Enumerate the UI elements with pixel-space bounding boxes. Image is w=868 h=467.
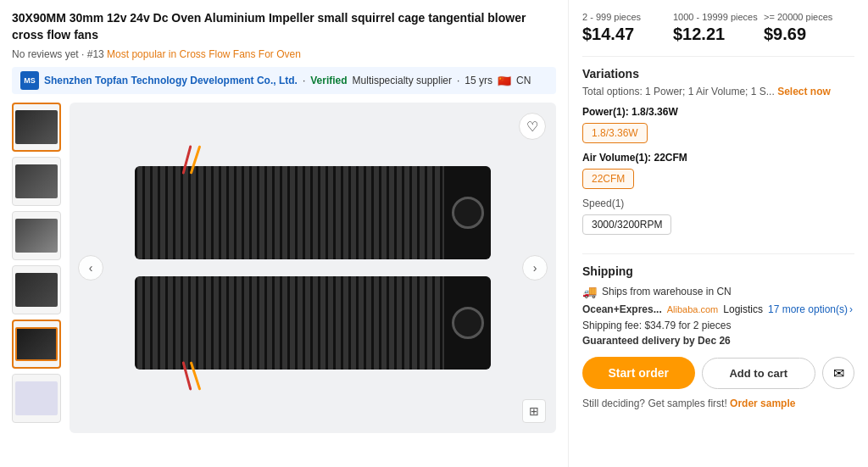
rank-number: #13 [87, 48, 104, 60]
price-tier-2: 1000 - 19999 pieces $12.21 [673, 12, 764, 44]
thumbnail-4[interactable] [12, 265, 61, 314]
prev-image-button[interactable]: ‹ [78, 255, 103, 281]
thumbnail-1[interactable] [12, 103, 61, 152]
thumbnail-3[interactable] [12, 211, 61, 260]
left-panel: 30X90MM 30mm 12v 24v Dc Oven Aluminium I… [0, 0, 568, 467]
supplier-logo: MS [20, 71, 39, 90]
price-value-1: $14.47 [582, 25, 673, 44]
price-tier-3: >= 20000 pieces $9.69 [764, 12, 854, 44]
next-image-button[interactable]: › [522, 255, 548, 281]
price-range-1: 2 - 999 pieces [582, 12, 673, 22]
air-volume-option[interactable]: 22CFM [582, 169, 634, 189]
samples-text: Still deciding? Get samples first! [582, 398, 727, 409]
air-volume-label: Air Volume(1): 22CFM [582, 152, 854, 164]
delivery-date: Dec 26 [698, 335, 731, 347]
order-sample-link[interactable]: Order sample [730, 398, 795, 409]
speed-label: Speed(1) [582, 197, 854, 209]
message-button[interactable]: ✉ [822, 357, 854, 389]
price-value-2: $12.21 [673, 25, 764, 44]
divider-1 [582, 56, 854, 57]
supplier-type: Multispecialty supplier [353, 75, 452, 86]
start-order-button[interactable]: Start order [582, 357, 695, 389]
guaranteed-delivery: Guaranteed delivery by Dec 26 [582, 335, 854, 347]
logistics-row: Ocean+Expres... Alibaba.com Logistics 17… [582, 303, 854, 315]
rank-link[interactable]: Most popular in Cross Flow Fans For Oven [107, 48, 301, 60]
image-area: ‹ › ♡ ⊞ [12, 103, 556, 433]
truck-icon: 🚚 [582, 285, 597, 298]
product-title: 30X90MM 30mm 12v 24v Dc Oven Aluminium I… [12, 10, 556, 43]
add-to-cart-button[interactable]: Add to cart [702, 358, 816, 389]
thumbnail-2[interactable] [12, 157, 61, 206]
supplier-bar: MS Shenzhen Topfan Technology Developmen… [12, 67, 556, 94]
message-icon: ✉ [833, 365, 844, 381]
heart-icon: ♡ [526, 119, 538, 135]
supplier-name[interactable]: Shenzhen Topfan Technology Development C… [44, 75, 298, 86]
action-row: Start order Add to cart ✉ [582, 357, 854, 389]
country-code: CN [516, 75, 531, 86]
thumbnail-5[interactable] [12, 320, 61, 369]
price-range-2: 1000 - 19999 pieces [673, 12, 764, 22]
select-now-button[interactable]: Select now [777, 86, 831, 97]
price-value-3: $9.69 [764, 25, 854, 44]
variations-options: Total options: 1 Power; 1 Air Volume; 1 … [582, 86, 854, 97]
thumbnail-6[interactable] [12, 374, 61, 423]
divider-2 [582, 253, 854, 254]
samples-row: Still deciding? Get samples first! Order… [582, 398, 854, 409]
more-options-link[interactable]: 17 more option(s) › [768, 303, 853, 315]
zoom-button[interactable]: ⊞ [522, 399, 546, 423]
price-range-3: >= 20000 pieces [764, 12, 854, 22]
country-flag: 🇨🇳 [498, 75, 511, 87]
alibaba-branding: Alibaba.com [667, 304, 719, 314]
right-panel: 2 - 999 pieces $14.47 1000 - 19999 piece… [568, 0, 868, 467]
price-tier-1: 2 - 999 pieces $14.47 [582, 12, 673, 44]
power-option[interactable]: 1.8/3.36W [582, 123, 648, 143]
wishlist-button[interactable]: ♡ [519, 113, 546, 140]
variations-title: Variations [582, 67, 854, 81]
variations-options-text: Total options: 1 Power; 1 Air Volume; 1 … [582, 86, 775, 97]
zoom-icon: ⊞ [529, 404, 539, 418]
logistics-suffix: Logistics [723, 303, 763, 315]
pricing-table: 2 - 999 pieces $14.47 1000 - 19999 piece… [582, 12, 854, 44]
supplier-years: 15 yrs [465, 75, 492, 86]
chevron-icon: › [849, 303, 853, 315]
warehouse-text: Ships from warehouse in CN [602, 286, 732, 297]
speed-option[interactable]: 3000/3200RPM [582, 214, 671, 235]
logistics-label: Ocean+Expres... [582, 303, 662, 315]
next-icon: › [533, 261, 537, 275]
power-label: Power(1): 1.8/3.36W [582, 106, 854, 118]
product-meta: No reviews yet · #13 Most popular in Cro… [12, 48, 556, 60]
thumbnail-list [12, 103, 63, 433]
reviews-text: No reviews yet [12, 48, 79, 60]
warehouse-row: 🚚 Ships from warehouse in CN [582, 285, 854, 298]
shipping-title: Shipping [582, 264, 854, 278]
shipping-fee: Shipping fee: $34.79 for 2 pieces [582, 320, 854, 331]
prev-icon: ‹ [89, 261, 93, 275]
main-image: ‹ › ♡ ⊞ [70, 103, 556, 433]
verified-badge: Verified [310, 75, 347, 86]
